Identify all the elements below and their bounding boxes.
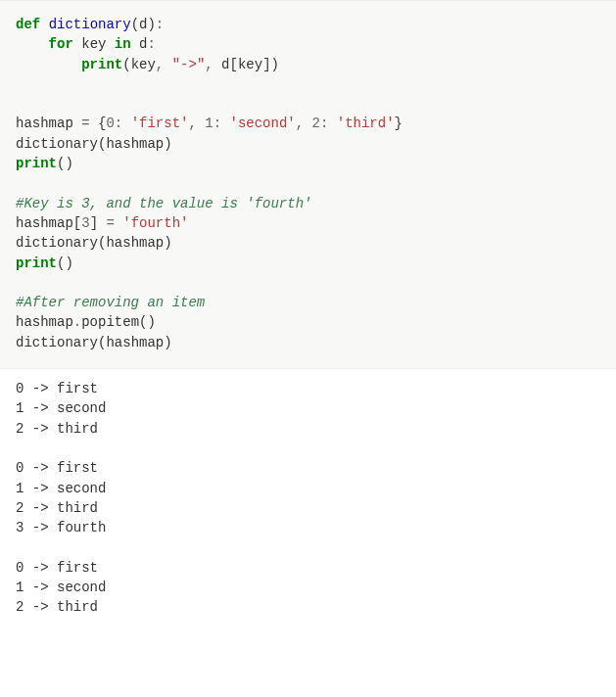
blank-line [16,94,600,114]
var-name: hashmap [16,116,73,131]
blank-line [16,74,600,94]
int-literal: 1 [205,116,213,131]
keyword-for: for [49,36,73,52]
colon: : [156,17,164,32]
code-line: hashmap[3] = 'fourth' [16,213,600,233]
code-line: dictionary(hashmap) [16,333,600,352]
rparen: ) [271,57,279,72]
lparen: ( [131,17,139,32]
output-cell: 0 -> first 1 -> second 2 -> third 0 -> f… [0,369,616,633]
comment: #Key is 3, and the value is 'fourth' [16,196,311,211]
blank-line [16,173,600,193]
arg: hashmap [106,335,164,350]
output-line: 1 -> second [16,479,600,498]
arg: hashmap [106,235,164,251]
indent [16,36,49,52]
comma: , [156,57,172,72]
keyword-def: def [16,17,40,32]
code-line: print(key, "->", d[key]) [16,55,600,74]
output-line: 0 -> first [16,558,600,578]
loop-var: key [81,36,106,52]
code-cell: def dictionary(d): for key in d: print(k… [0,0,616,369]
builtin-print: print [81,57,122,72]
comma: , [205,57,221,72]
lbracket: [ [230,57,238,72]
rparen: ) [164,136,171,152]
comment: #After removing an item [16,295,205,310]
colon: : [147,36,155,52]
rparen: ) [164,335,171,350]
rparen: ) [65,156,72,171]
colon: : [213,116,230,131]
assign: = [98,215,122,231]
code-line: print() [16,154,600,173]
output-line: 2 -> third [16,597,600,617]
builtin-print: print [16,256,57,271]
code-line: dictionary(hashmap) [16,134,600,154]
rparen: ) [147,17,155,32]
code-line: #After removing an item [16,293,600,312]
code-line: for key in d: [16,34,600,54]
indent [16,57,81,72]
rparen: ) [147,314,155,330]
dot: . [73,314,81,330]
var-name: hashmap [16,314,73,330]
code-line: hashmap = {0: 'first', 1: 'second', 2: '… [16,114,600,133]
output-line: 1 -> second [16,398,600,418]
lparen: ( [122,57,130,72]
output-line: 0 -> first [16,379,600,398]
arg: hashmap [106,136,164,152]
func-call: dictionary [16,335,98,350]
builtin-print: print [16,156,57,171]
code-line: hashmap.popitem() [16,312,600,332]
index: key [238,57,262,72]
output-line: 2 -> third [16,498,600,518]
blank-line [16,537,600,557]
lbracket: [ [73,215,81,231]
rbracket: ] [90,215,98,231]
rbracket: ] [262,57,270,72]
colon: : [320,116,337,131]
code-line: print() [16,254,600,273]
comma: , [188,116,205,131]
int-literal: 0 [106,116,114,131]
code-line: #Key is 3, and the value is 'fourth' [16,194,600,213]
method-name: popitem [81,314,139,330]
output-line: 2 -> third [16,419,600,439]
func-call: dictionary [16,235,98,251]
code-line: dictionary(hashmap) [16,233,600,253]
colon: : [115,116,131,131]
string-literal: 'fourth' [122,215,188,231]
func-call: dictionary [16,136,98,152]
blank-line [16,439,600,458]
string-literal: 'third' [337,116,395,131]
rparen: ) [164,235,171,251]
code-line: def dictionary(d): [16,15,600,34]
output-line: 0 -> first [16,458,600,478]
rbrace: } [395,116,403,131]
output-line: 1 -> second [16,578,600,597]
string-literal: 'second' [230,116,296,131]
output-line: 3 -> fourth [16,518,600,537]
func-name: dictionary [49,17,131,32]
arg: d [221,57,229,72]
keyword-in: in [115,36,131,52]
string-literal: "->" [172,57,206,72]
assign: = [73,116,98,131]
blank-line [16,273,600,293]
int-literal: 3 [81,215,89,231]
int-literal: 2 [312,116,320,131]
arg: key [131,57,156,72]
comma: , [296,116,312,131]
rparen: ) [65,256,72,271]
string-literal: 'first' [131,116,189,131]
var-name: hashmap [16,215,73,231]
